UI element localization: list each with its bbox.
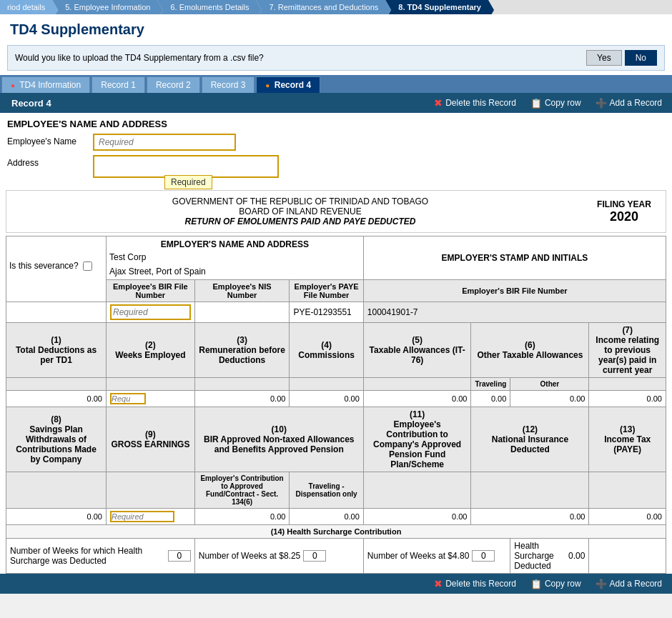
deducted-label: Health Surcharge Deducted	[514, 541, 565, 571]
tabs-bar: ● TD4 Information Record 1 Record 2 Reco…	[0, 75, 672, 93]
at480-label: Number of Weeks at $4.80	[367, 551, 470, 561]
employee-section-title: EMPLOYEE'S NAME AND ADDRESS	[7, 119, 665, 129]
employer-bir-value-cell: 100041901-7	[363, 302, 666, 323]
col2-header: (2) Weeks Employed	[107, 323, 195, 378]
breadcrumb-item-2[interactable]: 5. Employee Information	[52, 0, 157, 14]
employee-name-input[interactable]	[93, 134, 236, 151]
tab-dot-0: ●	[11, 81, 15, 89]
col-headers-row: (1) Total Deductions as per TD1 (2) Week…	[6, 323, 666, 378]
health-surcharge-header: (14) Health Surcharge Contribution	[6, 525, 666, 539]
no-button[interactable]: No	[625, 50, 657, 66]
form-table-wrapper: Is this severance? EMPLOYER'S NAME AND A…	[0, 236, 672, 574]
col5-header: (5) Taxable Allowances (IT-76)	[363, 323, 471, 378]
at825-label: Number of Weeks at $8.25	[199, 551, 301, 561]
col12-header: (12) National Insurance Deducted	[471, 407, 589, 472]
gov-line2: BOARD OF INLAND REVENUE	[12, 206, 588, 216]
col2-value-cell	[107, 391, 195, 407]
severance-label: Is this severance?	[9, 261, 79, 271]
address-input-wrapper: Required	[93, 155, 279, 180]
tab-label-1: Record 1	[101, 80, 136, 90]
col2-label: Weeks Employed	[110, 350, 191, 360]
upload-question: Would you like to upload the TD4 Supplem…	[15, 53, 264, 63]
col4-label: Commissions	[293, 350, 359, 360]
employee-bir-value-cell	[107, 302, 195, 323]
employee-bir-input[interactable]	[110, 304, 191, 320]
col6b-value: 0.00	[510, 391, 589, 407]
col11-header: (11) Employee's Contribution to Company'…	[363, 407, 471, 472]
filing-year-label: FILING YEAR	[588, 199, 660, 209]
breadcrumb-item-1[interactable]: riod details	[0, 0, 52, 14]
employee-nis-input[interactable]	[199, 307, 286, 317]
weeks-surcharge-input[interactable]	[168, 550, 191, 562]
bottom-add-icon: ➕	[596, 579, 607, 589]
col8-spacer2	[6, 472, 107, 509]
breadcrumb-item-4[interactable]: 7. Remittances and Deductions	[256, 0, 385, 14]
severance-checkbox[interactable]	[83, 261, 92, 271]
col7-spacer	[589, 378, 666, 391]
breadcrumb-item-5[interactable]: 8. TD4 Supplementary	[385, 0, 488, 14]
values-row-2: 0.00 0.00 0.00 0.00 0.00 0.00	[6, 509, 666, 525]
col1-label: Total Deductions as per TD1	[10, 345, 102, 365]
copy-row-label: Copy row	[545, 98, 581, 108]
delete-icon: ✖	[434, 97, 443, 109]
tab-td4-information[interactable]: ● TD4 Information	[1, 76, 90, 93]
bottom-delete-button[interactable]: ✖ Delete this Record	[430, 577, 520, 591]
employer-stamp-cell: EMPLOYER'S STAMP AND INITIALS	[363, 236, 666, 280]
col2-input[interactable]	[110, 393, 146, 404]
employer-bir-value: 100041901-7	[367, 307, 418, 317]
gov-line1: GOVERNMENT OF THE REPUBLIC OF TRINIDAD A…	[12, 196, 588, 206]
gov-header-center: GOVERNMENT OF THE REPUBLIC OF TRINIDAD A…	[12, 196, 588, 226]
yes-button[interactable]: Yes	[586, 50, 622, 66]
delete-record-button[interactable]: ✖ Delete this Record	[430, 96, 520, 110]
delete-record-label: Delete this Record	[445, 98, 516, 108]
tab-record1[interactable]: Record 1	[92, 76, 145, 93]
col9-header: (9) GROSS EARNINGS	[107, 407, 195, 472]
col3-value: 0.00	[194, 391, 290, 407]
bottom-copy-label: Copy row	[545, 579, 581, 589]
employer-paye-header: Employer's PAYE File Number	[290, 280, 363, 302]
col6-header: (6) Other Taxable Allowances	[471, 323, 589, 378]
col6a-value: 0.00	[471, 391, 510, 407]
employee-name-label: Employee's Name	[7, 134, 93, 146]
record-bar: Record 4 ✖ Delete this Record 📋 Copy row…	[0, 93, 672, 113]
col2-spacer	[107, 378, 195, 391]
col12-value: 0.00	[471, 509, 589, 525]
col11-spacer2	[363, 472, 471, 509]
bir-nis-values-row: PYE-01293551 100041901-7	[6, 302, 666, 323]
tab-record3[interactable]: Record 3	[202, 76, 255, 93]
row2-sub-headers: Employer's Contribution to Approved Fund…	[6, 472, 666, 509]
tab-record4[interactable]: ● Record 4	[256, 76, 320, 93]
col9-input[interactable]	[110, 511, 174, 522]
at825-cell: Number of Weeks at $8.25	[194, 539, 363, 574]
col8-label: Savings Plan Withdrawals of Contribution…	[10, 424, 102, 464]
page-title: TD4 Supplementary	[0, 14, 672, 45]
tab-label-4: Record 4	[275, 80, 311, 90]
tab-label-2: Record 2	[156, 80, 191, 90]
weeks-surcharge-cell: Number of Weeks for which Health Surchar…	[6, 539, 195, 574]
employee-nis-value-cell	[194, 302, 290, 323]
main-content: EMPLOYEE'S NAME AND ADDRESS Employee's N…	[0, 113, 672, 574]
col13-num: (13)	[593, 424, 662, 434]
col1-header: (1) Total Deductions as per TD1	[6, 323, 107, 378]
breadcrumb-item-3[interactable]: 6. Emoluments Details	[157, 0, 256, 14]
employer-bir-header: Employer's BIR File Number	[363, 280, 666, 302]
col12-spacer2	[471, 472, 589, 509]
col7-value: 0.00	[589, 391, 666, 407]
col5-label: Taxable Allowances (IT-76)	[367, 345, 468, 365]
col11-num: (11)	[367, 409, 468, 419]
bottom-copy-button[interactable]: 📋 Copy row	[526, 577, 585, 591]
at825-input[interactable]	[303, 550, 326, 562]
bottom-add-button[interactable]: ➕ Add a Record	[591, 577, 666, 591]
col13-header: (13) Income Tax (PAYE)	[589, 407, 666, 472]
copy-row-button[interactable]: 📋 Copy row	[526, 96, 585, 110]
at480-input[interactable]	[472, 550, 495, 562]
weeks-surcharge-label: Number of Weeks for which Health Surchar…	[10, 546, 165, 566]
tab-record2[interactable]: Record 2	[147, 76, 200, 93]
col11-value: 0.00	[363, 509, 471, 525]
bottom-bar: ✖ Delete this Record 📋 Copy row ➕ Add a …	[0, 574, 672, 594]
col12-num: (12)	[475, 424, 585, 434]
add-record-button[interactable]: ➕ Add a Record	[591, 96, 666, 110]
add-record-label: Add a Record	[610, 98, 662, 108]
col3-spacer	[194, 378, 290, 391]
col6-num: (6)	[475, 340, 585, 350]
